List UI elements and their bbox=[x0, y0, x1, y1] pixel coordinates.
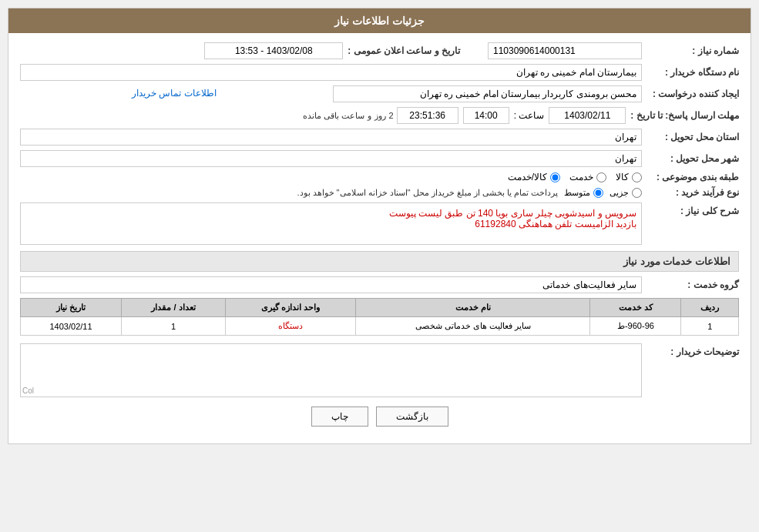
purchase-medium-item: متوسط bbox=[564, 188, 603, 198]
purchase-type-row: نوع فرآیند خرید : جزیی متوسط پرداخت تمام… bbox=[20, 187, 739, 198]
row-quantity: 1 bbox=[122, 317, 226, 336]
remaining-label: ساعت باقی مانده bbox=[303, 111, 364, 121]
service-group-row: گروه خدمت : سایر فعالیت‌های خدماتی bbox=[20, 276, 739, 293]
description-box: سرویس و اسیدشویی چیلر ساری بویا 140 تن ط… bbox=[20, 202, 642, 245]
purchase-type-label: نوع فرآیند خرید : bbox=[646, 187, 739, 198]
row-number: 1 bbox=[681, 317, 739, 336]
table-row: 1 960-96-ط سایر فعالیت های خدماتی شخصی د… bbox=[21, 317, 739, 336]
requester-value: محسن برومندی کاربردار بیمارستان امام خمی… bbox=[333, 85, 643, 102]
deadline-date-time: 1403/02/11 ساعت : 14:00 23:51:36 2 روز و… bbox=[20, 107, 626, 124]
requester-contact-link[interactable]: اطلاعات تماس خریدار bbox=[20, 85, 328, 102]
purchase-type-content: جزیی متوسط پرداخت تمام یا بخشی از مبلغ خ… bbox=[20, 188, 642, 198]
buyer-notes-section: توضیحات خریدار : Col bbox=[20, 343, 739, 397]
deadline-time-label: ساعت : bbox=[514, 110, 545, 121]
card-header: جزئیات اطلاعات نیاز bbox=[8, 8, 751, 33]
category-label: طبقه بندی موضوعی : bbox=[646, 172, 739, 182]
category-goods-service-item: کالا/خدمت bbox=[508, 172, 560, 182]
category-goods-service-label: کالا/خدمت bbox=[508, 172, 547, 182]
buyer-notes-label: توضیحات خریدار : bbox=[646, 346, 739, 357]
row-name: سایر فعالیت های خدماتی شخصی bbox=[356, 317, 590, 336]
purchase-part-radio[interactable] bbox=[632, 188, 642, 198]
description-section: شرح کلی نیاز : سرویس و اسیدشویی چیلر سار… bbox=[20, 202, 739, 245]
buyer-org-value: بیمارستان امام خمینی ره تهران bbox=[20, 64, 642, 81]
days-label: روز و bbox=[368, 111, 385, 121]
buyer-org-label: نام دستگاه خریدار : bbox=[646, 67, 739, 78]
request-number-value: 1103090614000131 bbox=[488, 42, 642, 59]
buyer-org-row: نام دستگاه خریدار : بیمارستان امام خمینی… bbox=[20, 64, 739, 81]
purchase-medium-label: متوسط bbox=[564, 188, 590, 198]
page-wrapper: جزئیات اطلاعات نیاز شماره نیاز : 1103090… bbox=[0, 0, 759, 532]
buyer-notes-box: Col bbox=[20, 343, 642, 397]
request-number-label: شماره نیاز : bbox=[646, 45, 739, 56]
table-header-unit: واحد اندازه گیری bbox=[225, 299, 355, 317]
services-table: ردیف کد خدمت نام خدمت واحد اندازه گیری ت… bbox=[20, 298, 739, 336]
purchase-medium-radio[interactable] bbox=[593, 188, 603, 198]
province-label: استان محل تحویل : bbox=[646, 132, 739, 142]
description-label: شرح کلی نیاز : bbox=[646, 206, 739, 216]
deadline-remaining: 23:51:36 bbox=[397, 107, 458, 124]
description-line2: بازدید الزامیست تلفن هماهنگی 61192840 bbox=[25, 219, 636, 229]
category-radio-group: کالا خدمت کالا/خدمت bbox=[508, 172, 642, 182]
service-group-label: گروه خدمت : bbox=[646, 279, 739, 290]
days-value: 2 bbox=[389, 111, 394, 120]
col-label: Col bbox=[22, 386, 34, 395]
request-number-row: شماره نیاز : 1103090614000131 تاریخ و سا… bbox=[20, 42, 739, 59]
province-value: تهران bbox=[20, 129, 642, 146]
category-goods-item: کالا bbox=[616, 172, 642, 182]
card-body: شماره نیاز : 1103090614000131 تاریخ و سا… bbox=[8, 33, 751, 443]
buttons-row: بازگشت چاپ bbox=[20, 407, 739, 434]
province-row: استان محل تحویل : تهران bbox=[20, 129, 739, 146]
main-card: جزئیات اطلاعات نیاز شماره نیاز : 1103090… bbox=[8, 8, 751, 444]
category-goods-radio[interactable] bbox=[632, 172, 642, 182]
category-service-item: خدمت bbox=[569, 172, 606, 182]
deadline-row: مهلت ارسال پاسخ: تا تاریخ : 1403/02/11 س… bbox=[20, 107, 739, 124]
description-line1: سرویس و اسیدشویی چیلر ساری بویا 140 تن ط… bbox=[25, 208, 636, 219]
requester-label: ایجاد کننده درخواست : bbox=[646, 89, 739, 99]
deadline-label: مهلت ارسال پاسخ: تا تاریخ : bbox=[630, 110, 739, 121]
announce-value: 1403/02/08 - 13:53 bbox=[204, 42, 343, 59]
table-header-name: نام خدمت bbox=[356, 299, 590, 317]
table-header-qty: تعداد / مقدار bbox=[122, 299, 226, 317]
row-code: 960-96-ط bbox=[590, 317, 681, 336]
print-button[interactable]: چاپ bbox=[311, 407, 368, 427]
purchase-part-label: جزیی bbox=[610, 188, 629, 198]
table-header-row: ردیف bbox=[681, 299, 739, 317]
category-goods-service-radio[interactable] bbox=[550, 172, 560, 182]
requester-row: ایجاد کننده درخواست : محسن برومندی کاربر… bbox=[20, 85, 739, 102]
services-section-header: اطلاعات خدمات مورد نیاز bbox=[20, 251, 739, 272]
category-service-radio[interactable] bbox=[596, 172, 606, 182]
remaining-row: 23:51:36 2 روز و ساعت باقی مانده bbox=[303, 107, 458, 124]
city-label: شهر محل تحویل : bbox=[646, 153, 739, 164]
table-header-code: کد خدمت bbox=[590, 299, 681, 317]
category-goods-label: کالا bbox=[616, 172, 629, 182]
purchase-part-item: جزیی bbox=[610, 188, 642, 198]
row-date: 1403/02/11 bbox=[21, 317, 122, 336]
page-title: جزئیات اطلاعات نیاز bbox=[334, 15, 425, 27]
row-unit: دستگاه bbox=[225, 317, 355, 336]
city-value: تهران bbox=[20, 150, 642, 167]
deadline-time: 14:00 bbox=[463, 107, 509, 124]
city-row: شهر محل تحویل : تهران bbox=[20, 150, 739, 167]
category-row: طبقه بندی موضوعی : کالا خدمت کالا/خدمت bbox=[20, 172, 739, 182]
deadline-date: 1403/02/11 bbox=[549, 107, 626, 124]
back-button[interactable]: بازگشت bbox=[376, 407, 448, 427]
purchase-note: پرداخت تمام یا بخشی از مبلغ خریداز محل "… bbox=[297, 188, 558, 198]
announce-label: تاریخ و ساعت اعلان عمومی : bbox=[348, 45, 460, 56]
category-service-label: خدمت bbox=[569, 172, 593, 182]
service-group-value: سایر فعالیت‌های خدماتی bbox=[20, 276, 642, 293]
table-header-date: تاریخ نیاز bbox=[21, 299, 122, 317]
